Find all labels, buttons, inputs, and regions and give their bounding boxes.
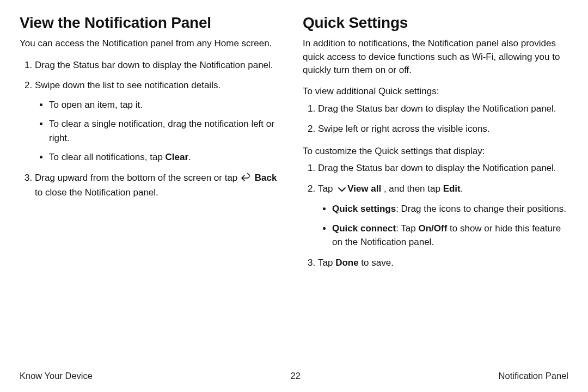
left-column: View the Notification Panel You can acce… bbox=[20, 14, 285, 369]
view-additional-intro: To view additional Quick settings: bbox=[303, 85, 568, 99]
cust-bullets: Quick settings: Drag the icons to change… bbox=[318, 202, 568, 249]
heading-view-notification-panel: View the Notification Panel bbox=[20, 14, 285, 32]
cust-step-2-mid: , and then tap bbox=[381, 183, 443, 194]
view-step-2: Swipe left or right across the visible i… bbox=[318, 122, 568, 136]
step-1: Drag the Status bar down to display the … bbox=[35, 58, 285, 72]
step-3-post: to close the Notification panel. bbox=[35, 187, 158, 198]
view-step-1: Drag the Status bar down to display the … bbox=[318, 102, 568, 116]
cust-bullet-quick-connect: Quick connect: Tap On/Off to show or hid… bbox=[332, 222, 568, 249]
back-icon bbox=[240, 172, 250, 186]
steps-left: Drag the Status bar down to display the … bbox=[20, 58, 285, 200]
step-3: Drag upward from the bottom of the scree… bbox=[35, 171, 285, 200]
view-steps: Drag the Status bar down to display the … bbox=[303, 102, 568, 136]
footer-left: Know Your Device bbox=[20, 371, 93, 381]
cust-step-2-post: . bbox=[461, 183, 463, 194]
clear-label: Clear bbox=[166, 152, 189, 162]
heading-quick-settings: Quick Settings bbox=[303, 14, 568, 32]
bullet-clear-single: To clear a single notification, drag the… bbox=[49, 117, 285, 145]
footer-right: Notification Panel bbox=[499, 371, 568, 381]
step-2-text: Swipe down the list to see notification … bbox=[35, 80, 220, 90]
back-label: Back bbox=[255, 173, 277, 183]
quick-settings-label: Quick settings bbox=[332, 204, 396, 214]
bullet-clear-all: To clear all notifications, tap Clear. bbox=[49, 150, 285, 164]
view-all-label: View all bbox=[347, 183, 381, 194]
bullet-open-item: To open an item, tap it. bbox=[49, 98, 285, 112]
onoff-label: On/Off bbox=[418, 223, 447, 234]
customize-intro: To customize the Quick settings that dis… bbox=[303, 145, 568, 158]
quick-connect-label: Quick connect bbox=[332, 223, 396, 234]
cust-step-3-post: to save. bbox=[359, 258, 394, 268]
bullet-clear-all-post: . bbox=[188, 152, 191, 162]
cust-step-1: Drag the Status bar down to display the … bbox=[318, 161, 568, 175]
step-3-pre: Drag upward from the bottom of the scree… bbox=[35, 173, 240, 183]
intro-left: You can access the Notification panel fr… bbox=[20, 37, 285, 51]
columns: View the Notification Panel You can acce… bbox=[20, 14, 568, 369]
manual-page: View the Notification Panel You can acce… bbox=[0, 0, 588, 392]
cust-bullet-quick-settings: Quick settings: Drag the icons to change… bbox=[332, 202, 568, 216]
done-label: Done bbox=[335, 258, 359, 268]
chevron-down-icon bbox=[338, 183, 346, 197]
cust-step-3-pre: Tap bbox=[318, 258, 335, 268]
quick-connect-mid1: : Tap bbox=[396, 223, 418, 234]
edit-label: Edit bbox=[443, 183, 461, 194]
step-2-bullets: To open an item, tap it. To clear a sing… bbox=[35, 98, 285, 164]
right-column: Quick Settings In addition to notificati… bbox=[303, 14, 568, 369]
customize-steps: Drag the Status bar down to display the … bbox=[303, 161, 568, 270]
page-footer: Know Your Device 22 Notification Panel bbox=[20, 369, 568, 381]
step-2: Swipe down the list to see notification … bbox=[35, 78, 285, 164]
bullet-clear-all-pre: To clear all notifications, tap bbox=[49, 152, 166, 162]
quick-settings-rest: : Drag the icons to change their positio… bbox=[396, 204, 566, 214]
cust-step-2-pre: Tap bbox=[318, 183, 335, 194]
cust-step-2: Tap View all , and then tap Edit. Quick … bbox=[318, 182, 568, 249]
footer-page-number: 22 bbox=[291, 371, 301, 381]
cust-step-3: Tap Done to save. bbox=[318, 256, 568, 270]
intro-right: In addition to notifications, the Notifi… bbox=[303, 37, 568, 77]
